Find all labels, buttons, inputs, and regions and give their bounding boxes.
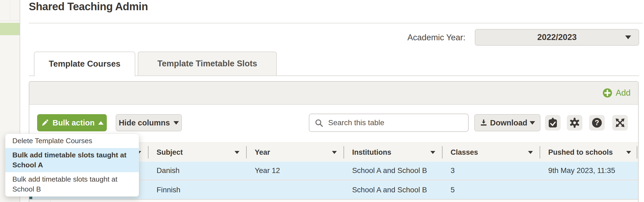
chevron-up-icon [98,121,104,125]
sidebar-divider-horizontal [0,20,20,21]
column-header-pushed-to-schools[interactable]: Pushed to schools [540,143,638,162]
bulk-action-button[interactable]: Bulk action [37,114,107,131]
menu-item-bulk-add-slots-school-b[interactable]: Bulk add timetable slots taught at Schoo… [5,172,139,196]
cell-pushed-to-schools: 9th May 2023, 11:35 [540,162,638,179]
plus-circle-icon [602,88,613,98]
cell-classes: 5 [442,181,540,199]
academic-year-label: Academic Year: [350,33,465,42]
cell-subject: Danish [148,162,246,179]
column-filter-icon [430,151,435,154]
column-filter-icon [626,151,631,154]
academic-year-dropdown[interactable]: 2022/2023 [475,29,639,46]
menu-item-delete-template-courses[interactable]: Delete Template Courses [5,134,139,148]
help-button[interactable]: ? [589,115,605,131]
chevron-down-icon [174,121,179,125]
settings-button[interactable] [567,115,582,131]
svg-text:?: ? [595,119,599,127]
sidebar-active-item[interactable] [0,23,20,35]
search-box [309,114,469,132]
select-rows-button[interactable] [545,115,561,131]
sidebar-divider-vertical [10,0,10,20]
search-icon [315,119,323,127]
fullscreen-button[interactable] [612,115,628,131]
download-button[interactable]: Download [474,114,540,131]
table-row[interactable] [29,200,638,202]
column-filter-icon [528,151,533,154]
bulk-action-menu: Delete Template Courses Bulk add timetab… [5,134,139,197]
shared-teaching-admin-page: Shared Teaching Admin Academic Year: 202… [0,0,644,202]
cell-year [246,181,344,199]
tab-template-courses[interactable]: Template Courses [34,52,135,76]
column-divider [50,200,51,202]
column-filter-icon [235,151,239,154]
download-label: Download [490,118,528,127]
column-header-year[interactable]: Year [246,143,344,162]
chevron-down-icon [530,121,535,125]
download-icon [480,119,488,127]
hide-columns-label: Hide columns [119,118,170,127]
academic-year-value: 2022/2023 [475,30,639,45]
add-button[interactable]: Add [602,87,631,99]
menu-item-bulk-add-slots-school-a[interactable]: Bulk add timetable slots taught at Schoo… [5,148,139,172]
checked-box-icon [547,117,558,128]
column-header-subject[interactable]: Subject [148,143,246,162]
column-header-institutions[interactable]: Institutions [344,143,442,162]
expand-arrows-icon [614,117,626,128]
cell-classes: 3 [442,162,540,179]
column-filter-icon [332,151,337,154]
cell-subject: Finnish [148,181,246,199]
bulk-action-label: Bulk action [52,118,94,127]
gear-icon [569,117,580,128]
pencil-icon [40,118,49,127]
hide-columns-button[interactable]: Hide columns [116,114,182,131]
title-divider [29,23,643,23]
question-icon: ? [591,117,603,128]
panel-header-bar: Add [29,82,638,105]
cell-institutions: School A and School B [344,181,442,199]
cell-institutions: School A and School B [344,162,442,179]
add-button-label: Add [616,88,631,98]
cell-pushed-to-schools [540,181,638,199]
chevron-down-icon [625,35,631,39]
tab-template-timetable-slots[interactable]: Template Timetable Slots [138,52,277,76]
page-title: Shared Teaching Admin [29,1,148,13]
cell-year: Year 12 [246,162,344,179]
search-input[interactable] [328,115,463,130]
column-header-classes[interactable]: Classes [442,143,540,162]
